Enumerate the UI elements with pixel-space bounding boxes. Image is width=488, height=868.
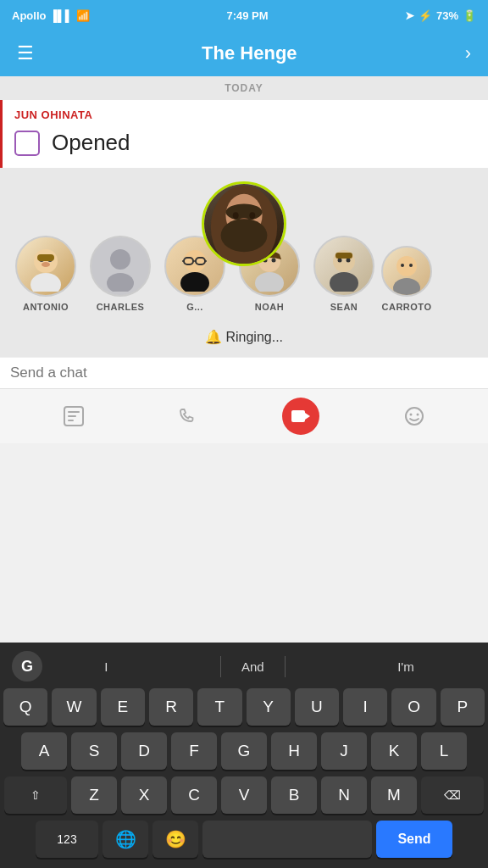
key-r[interactable]: R: [149, 688, 193, 726]
key-c[interactable]: C: [171, 776, 217, 814]
svg-marker-40: [305, 413, 310, 420]
key-k[interactable]: K: [371, 732, 417, 770]
key-b[interactable]: B: [271, 776, 317, 814]
action-buttons-row: [0, 388, 488, 443]
globe-key[interactable]: 🌐: [103, 821, 148, 858]
key-g[interactable]: G: [221, 732, 267, 770]
key-n[interactable]: N: [321, 776, 367, 814]
opened-row: Opened: [14, 130, 474, 156]
keyboard-row-4: 123 🌐 😊 Send: [3, 821, 485, 858]
keyboard-row-2: A S D F G H J K L: [3, 732, 485, 770]
jun-name: JUN OHINATA: [14, 108, 474, 121]
key-i[interactable]: I: [343, 688, 387, 726]
key-x[interactable]: X: [121, 776, 167, 814]
svg-point-21: [221, 219, 268, 252]
nav-title: The Henge: [202, 42, 297, 64]
key-f[interactable]: F: [171, 732, 217, 770]
key-a[interactable]: A: [21, 732, 67, 770]
key-e[interactable]: E: [101, 688, 145, 726]
status-bar: Apollo ▐▌▌ 📶 7:49 PM ➤ ⚡ 73% 🔋: [0, 0, 488, 31]
suggestion-and[interactable]: And: [220, 656, 286, 677]
ringing-text: Ringing...: [225, 330, 283, 344]
svg-point-5: [42, 262, 50, 267]
chat-input-area[interactable]: [0, 357, 488, 388]
date-separator: TODAY: [0, 76, 488, 100]
key-o[interactable]: O: [391, 688, 435, 726]
svg-point-42: [410, 414, 413, 416]
nav-bar: ☰ The Henge ›: [0, 31, 488, 76]
avatar-carroto-label: CARROTO: [382, 302, 432, 312]
svg-point-23: [255, 272, 284, 292]
battery-label: 73%: [436, 9, 458, 22]
avatars-section: ANTONIO CHARLES G...: [0, 168, 488, 320]
avatar-charles-label: CHARLES: [97, 302, 145, 312]
svg-point-33: [401, 264, 404, 267]
delete-key[interactable]: ⌫: [421, 776, 484, 814]
phone-button[interactable]: [169, 398, 206, 435]
key-v[interactable]: V: [221, 776, 267, 814]
key-q[interactable]: Q: [3, 688, 47, 726]
key-j[interactable]: J: [321, 732, 367, 770]
svg-rect-4: [37, 254, 54, 261]
key-u[interactable]: U: [295, 688, 339, 726]
shift-key[interactable]: ⇧: [4, 776, 67, 814]
menu-button[interactable]: ☰: [17, 42, 34, 64]
suggestion-i[interactable]: I: [92, 656, 119, 677]
signal-icon: ▐▌▌: [49, 9, 73, 22]
key-y[interactable]: Y: [247, 688, 291, 726]
key-l[interactable]: L: [421, 732, 467, 770]
battery-icon: 🔋: [463, 9, 476, 22]
svg-point-18: [233, 212, 239, 219]
avatar-carroto[interactable]: CARROTO: [381, 246, 432, 312]
jun-message-block: JUN OHINATA Opened: [0, 100, 488, 168]
svg-rect-38: [68, 420, 74, 421]
status-left: Apollo ▐▌▌ 📶: [12, 9, 90, 22]
bluetooth-icon: ⚡: [419, 9, 432, 22]
key-s[interactable]: S: [71, 732, 117, 770]
key-p[interactable]: P: [441, 688, 485, 726]
svg-point-43: [417, 414, 419, 416]
space-key[interactable]: [202, 821, 372, 858]
send-key[interactable]: Send: [376, 821, 452, 858]
key-z[interactable]: Z: [71, 776, 117, 814]
avatar-g-label: G...: [186, 302, 203, 312]
avatar-charles[interactable]: CHARLES: [83, 236, 158, 312]
svg-point-6: [110, 249, 130, 270]
avatar-sean[interactable]: SEAN: [307, 236, 381, 312]
svg-point-19: [249, 212, 255, 219]
grammarly-button[interactable]: G: [12, 651, 42, 682]
status-right: ➤ ⚡ 73% 🔋: [405, 9, 476, 22]
svg-point-32: [393, 278, 420, 295]
svg-point-9: [180, 272, 209, 292]
svg-rect-30: [336, 253, 352, 259]
suggestion-im[interactable]: I'm: [385, 656, 426, 677]
avatar-antonio[interactable]: ANTONIO: [8, 236, 83, 312]
keyboard: G I And I'm Q W E R T Y U I O P A S D F …: [0, 643, 488, 868]
keyboard-suggestions: G I And I'm: [3, 649, 485, 683]
emoji-button[interactable]: [396, 398, 433, 435]
keyboard-row-3: ⇧ Z X C V B N M ⌫: [3, 776, 485, 814]
svg-point-28: [338, 259, 342, 263]
video-call-avatar[interactable]: [202, 181, 286, 266]
checkbox-icon[interactable]: [14, 131, 40, 156]
video-button[interactable]: [282, 398, 319, 435]
chat-input[interactable]: [10, 364, 478, 381]
next-button[interactable]: ›: [465, 42, 471, 64]
avatar-sean-label: SEAN: [330, 302, 358, 312]
svg-point-7: [107, 273, 134, 292]
bell-icon: 🔔: [205, 330, 225, 344]
key-w[interactable]: W: [52, 688, 96, 726]
wifi-icon: 📶: [76, 9, 90, 22]
key-t[interactable]: T: [197, 688, 241, 726]
svg-point-41: [406, 408, 423, 425]
key-m[interactable]: M: [371, 776, 417, 814]
svg-point-25: [272, 259, 276, 263]
key-d[interactable]: D: [121, 732, 167, 770]
key-h[interactable]: H: [271, 732, 317, 770]
numbers-key[interactable]: 123: [36, 821, 98, 858]
sticker-button[interactable]: [55, 398, 92, 435]
avatar-noah-label: NOAH: [255, 302, 284, 312]
emoji-key[interactable]: 😊: [152, 821, 198, 858]
ringing-area: 🔔 Ringing...: [0, 320, 488, 357]
keyboard-row-1: Q W E R T Y U I O P: [3, 688, 485, 726]
